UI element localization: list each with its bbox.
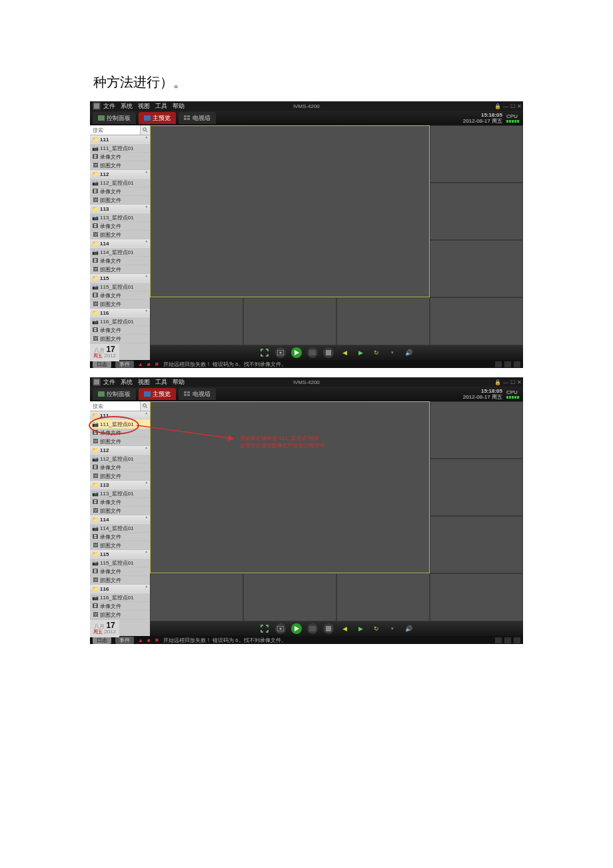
cycle-icon[interactable]: ↻ xyxy=(371,347,382,358)
device-tree[interactable]: 📁111˄📷111_监控点01🎞录像文件🖼抓图文件📁112˄📷112_监控点01… xyxy=(90,411,150,636)
tree-item-recording[interactable]: 🎞录像文件 xyxy=(90,222,150,231)
menu-help[interactable]: 帮助 xyxy=(173,102,185,111)
status-tab-log[interactable]: 日志 xyxy=(93,361,111,368)
video-tile[interactable] xyxy=(430,459,523,516)
tree-group[interactable]: 📁112˄ xyxy=(90,446,150,455)
record-all-icon[interactable] xyxy=(307,623,318,634)
fullscreen-icon[interactable] xyxy=(259,347,270,358)
tree-item-snapshot[interactable]: 🖼抓图文件 xyxy=(90,231,150,239)
close-icon[interactable]: ✕ xyxy=(517,379,522,385)
menu-file[interactable]: 文件 xyxy=(103,378,115,387)
status-tab-event[interactable]: 事件 xyxy=(115,361,134,368)
tree-group[interactable]: 📁112˄ xyxy=(90,170,150,179)
tab-tv-wall[interactable]: 电视墙 xyxy=(179,112,216,124)
tree-item-camera[interactable]: 📷116_监控点01 xyxy=(90,317,150,326)
caret-down-icon[interactable]: ▾ xyxy=(387,347,398,358)
menu-file[interactable]: 文件 xyxy=(103,102,115,111)
menu-system[interactable]: 系统 xyxy=(121,378,133,387)
menu-view[interactable]: 视图 xyxy=(138,378,150,387)
tab-main-preview[interactable]: 主预览 xyxy=(139,112,176,124)
tree-item-recording[interactable]: 🎞录像文件 xyxy=(90,153,150,161)
tree-item-recording[interactable]: 🎞录像文件 xyxy=(90,429,150,437)
tree-item-recording[interactable]: 🎞录像文件 xyxy=(90,567,150,576)
lock-icon[interactable]: 🔒 xyxy=(494,103,501,109)
tree-item-recording[interactable]: 🎞录像文件 xyxy=(90,602,150,611)
video-tile-main[interactable] xyxy=(150,401,430,573)
next-icon[interactable]: ▶ xyxy=(355,347,366,358)
tree-item-snapshot[interactable]: 🖼抓图文件 xyxy=(90,265,150,274)
volume-icon[interactable]: 🔊 xyxy=(403,347,414,358)
play-icon[interactable] xyxy=(291,347,302,358)
video-tile[interactable] xyxy=(150,297,243,345)
maximize-icon[interactable]: ☐ xyxy=(510,379,515,385)
menu-tools[interactable]: 工具 xyxy=(155,378,167,387)
tab-control-panel[interactable]: 控制面板 xyxy=(93,112,136,124)
tree-item-camera[interactable]: 📷113_监控点01 xyxy=(90,213,150,222)
lock-icon[interactable]: 🔒 xyxy=(494,379,501,385)
device-tree[interactable]: 📁111˄📷111_监控点01🎞录像文件🖼抓图文件📁112˄📷112_监控点01… xyxy=(90,135,150,360)
caret-down-icon[interactable]: ▾ xyxy=(387,623,398,634)
tree-item-recording[interactable]: 🎞录像文件 xyxy=(90,187,150,196)
status-btn[interactable] xyxy=(495,361,502,367)
tree-item-camera[interactable]: 📷114_监控点01 xyxy=(90,248,150,257)
tree-item-recording[interactable]: 🎞录像文件 xyxy=(90,326,150,335)
tree-item-snapshot[interactable]: 🖼抓图文件 xyxy=(90,196,150,205)
tree-item-recording[interactable]: 🎞录像文件 xyxy=(90,257,150,265)
tree-item-snapshot[interactable]: 🖼抓图文件 xyxy=(90,161,150,170)
tree-item-snapshot[interactable]: 🖼抓图文件 xyxy=(90,300,150,309)
close-icon[interactable]: ✕ xyxy=(517,103,522,109)
tree-item-snapshot[interactable]: 🖼抓图文件 xyxy=(90,576,150,585)
menu-system[interactable]: 系统 xyxy=(121,102,133,111)
video-tile[interactable] xyxy=(430,240,523,297)
status-tab-log[interactable]: 日志 xyxy=(93,637,111,644)
video-tile[interactable] xyxy=(336,573,430,621)
minimize-icon[interactable]: — xyxy=(503,103,508,109)
prev-icon[interactable]: ◀ xyxy=(339,623,350,634)
video-tile[interactable] xyxy=(430,401,523,459)
tree-item-camera[interactable]: 📷112_监控点01 xyxy=(90,455,150,463)
calendar-widget[interactable]: 八月 17 周五 2012 xyxy=(90,344,119,361)
menu-view[interactable]: 视图 xyxy=(138,102,150,111)
tree-item-camera[interactable]: 📷112_监控点01 xyxy=(90,179,150,187)
status-btn[interactable] xyxy=(514,637,520,643)
tree-group[interactable]: 📁115˄ xyxy=(90,550,150,559)
tree-item-snapshot[interactable]: 🖼抓图文件 xyxy=(90,541,150,550)
tree-item-recording[interactable]: 🎞录像文件 xyxy=(90,291,150,300)
tree-group[interactable]: 📁111˄ xyxy=(90,411,150,420)
video-tile[interactable] xyxy=(243,297,336,345)
tree-item-snapshot[interactable]: 🖼抓图文件 xyxy=(90,507,150,515)
cycle-icon[interactable]: ↻ xyxy=(371,623,382,634)
video-tile-main[interactable] xyxy=(150,125,430,297)
fullscreen-icon[interactable] xyxy=(259,623,270,634)
tree-group[interactable]: 📁113˄ xyxy=(90,481,150,489)
tree-item-recording[interactable]: 🎞录像文件 xyxy=(90,463,150,472)
tree-item-recording[interactable]: 🎞录像文件 xyxy=(90,533,150,541)
record-all-icon[interactable] xyxy=(307,347,318,358)
tree-item-recording[interactable]: 🎞录像文件 xyxy=(90,498,150,507)
stop-all-icon[interactable] xyxy=(323,623,334,634)
tree-item-camera[interactable]: 📷115_监控点01 xyxy=(90,283,150,291)
tree-item-camera[interactable]: 📷111_监控点01 xyxy=(90,420,150,429)
search-input[interactable] xyxy=(90,402,140,410)
next-icon[interactable]: ▶ xyxy=(355,623,366,634)
volume-icon[interactable]: 🔊 xyxy=(403,623,414,634)
video-tile[interactable] xyxy=(430,573,523,621)
search-icon[interactable] xyxy=(140,401,150,411)
video-tile[interactable] xyxy=(430,297,523,345)
snapshot-icon[interactable] xyxy=(275,623,286,634)
tree-item-snapshot[interactable]: 🖼抓图文件 xyxy=(90,335,150,343)
tree-item-snapshot[interactable]: 🖼抓图文件 xyxy=(90,437,150,446)
tree-item-camera[interactable]: 📷113_监控点01 xyxy=(90,489,150,498)
tab-main-preview[interactable]: 主预览 xyxy=(139,388,176,400)
video-tile[interactable] xyxy=(243,573,336,621)
menu-help[interactable]: 帮助 xyxy=(173,378,185,387)
snapshot-icon[interactable] xyxy=(275,347,286,358)
status-btn[interactable] xyxy=(495,637,502,643)
status-btn[interactable] xyxy=(504,637,511,643)
tree-item-camera[interactable]: 📷111_监控点01 xyxy=(90,144,150,153)
menu-tools[interactable]: 工具 xyxy=(155,102,167,111)
tab-tv-wall[interactable]: 电视墙 xyxy=(179,388,216,400)
tree-item-snapshot[interactable]: 🖼抓图文件 xyxy=(90,472,150,481)
tree-group[interactable]: 📁116˄ xyxy=(90,309,150,317)
video-tile[interactable] xyxy=(430,125,523,183)
